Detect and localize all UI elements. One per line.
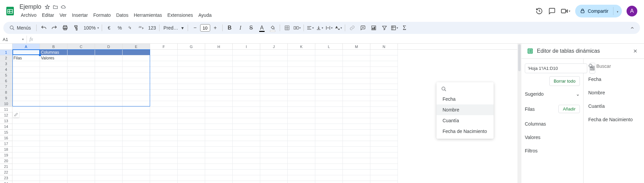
cell[interactable]	[233, 67, 260, 73]
star-icon[interactable]	[44, 4, 51, 10]
cell[interactable]	[95, 90, 123, 95]
cell[interactable]	[95, 170, 123, 175]
cell[interactable]	[205, 107, 233, 112]
paint-format-button[interactable]	[71, 23, 81, 33]
cell[interactable]	[233, 50, 260, 55]
cell[interactable]	[315, 130, 343, 135]
cell[interactable]	[67, 101, 95, 107]
cell[interactable]	[260, 55, 288, 61]
row-header-14[interactable]: 14	[0, 124, 12, 130]
row-header-4[interactable]: 4	[0, 67, 12, 73]
cell[interactable]	[233, 73, 260, 78]
cell[interactable]	[370, 61, 398, 67]
cell[interactable]	[288, 152, 315, 158]
number-format-button[interactable]: 123	[147, 23, 157, 33]
cell[interactable]	[233, 84, 260, 90]
cell[interactable]	[205, 170, 233, 175]
cell[interactable]	[343, 130, 370, 135]
cell[interactable]	[123, 124, 150, 130]
cell[interactable]	[205, 147, 233, 152]
cell[interactable]	[40, 175, 67, 181]
cell[interactable]	[67, 158, 95, 164]
cell[interactable]	[233, 130, 260, 135]
cell[interactable]	[178, 107, 205, 112]
cell[interactable]	[150, 112, 178, 118]
cell[interactable]	[12, 170, 40, 175]
cell[interactable]	[233, 152, 260, 158]
cell[interactable]	[40, 107, 67, 112]
popup-item-cuantia[interactable]: Cuantía	[436, 115, 494, 126]
cell[interactable]	[233, 95, 260, 101]
cell[interactable]	[370, 135, 398, 141]
cell[interactable]	[370, 73, 398, 78]
cell[interactable]	[205, 130, 233, 135]
cell[interactable]	[343, 158, 370, 164]
cell[interactable]	[178, 95, 205, 101]
cell[interactable]	[343, 95, 370, 101]
cell[interactable]	[178, 124, 205, 130]
cell[interactable]	[40, 130, 67, 135]
cell[interactable]	[260, 78, 288, 84]
cell[interactable]	[343, 164, 370, 170]
cell[interactable]	[205, 67, 233, 73]
field-nombre[interactable]: Nombre	[588, 88, 644, 97]
cell[interactable]	[205, 95, 233, 101]
col-header-I[interactable]: I	[233, 44, 260, 49]
cell[interactable]	[288, 135, 315, 141]
cell[interactable]	[260, 67, 288, 73]
cell[interactable]	[343, 107, 370, 112]
cell[interactable]	[288, 170, 315, 175]
share-menu-button[interactable]: ▾	[613, 5, 622, 17]
cell[interactable]	[370, 112, 398, 118]
cell[interactable]	[233, 175, 260, 181]
col-header-N[interactable]: N	[370, 44, 398, 49]
cell[interactable]	[12, 118, 40, 124]
cell[interactable]	[370, 141, 398, 147]
decrease-decimal-button[interactable]: .0	[126, 23, 136, 33]
cell[interactable]	[288, 164, 315, 170]
cell[interactable]	[40, 118, 67, 124]
cell[interactable]	[12, 95, 40, 101]
cell[interactable]	[123, 61, 150, 67]
col-header-G[interactable]: G	[178, 44, 205, 49]
cell[interactable]	[233, 158, 260, 164]
cell[interactable]	[260, 141, 288, 147]
cell[interactable]	[343, 112, 370, 118]
cell[interactable]	[315, 118, 343, 124]
history-icon[interactable]	[535, 7, 543, 15]
cell[interactable]	[205, 55, 233, 61]
cell[interactable]	[67, 50, 95, 55]
add-rows-button[interactable]: Añadir	[558, 105, 580, 113]
currency-button[interactable]: €	[104, 23, 114, 33]
cell[interactable]	[150, 181, 178, 183]
cell[interactable]	[67, 135, 95, 141]
row-header-6[interactable]: 6	[0, 78, 12, 84]
increase-font-button[interactable]: +	[210, 23, 220, 33]
close-panel-button[interactable]	[632, 48, 639, 54]
cell[interactable]	[40, 73, 67, 78]
cell[interactable]	[67, 181, 95, 183]
cell[interactable]	[178, 61, 205, 67]
cell[interactable]	[40, 147, 67, 152]
cell[interactable]	[205, 78, 233, 84]
cell[interactable]	[315, 50, 343, 55]
cell[interactable]	[178, 181, 205, 183]
cell[interactable]	[260, 175, 288, 181]
increase-decimal-button[interactable]: .00	[136, 23, 146, 33]
cell[interactable]	[40, 141, 67, 147]
cell[interactable]	[95, 101, 123, 107]
cell[interactable]	[288, 67, 315, 73]
select-range-button[interactable]	[589, 63, 595, 74]
cell[interactable]	[12, 67, 40, 73]
cell[interactable]	[288, 61, 315, 67]
row-header-12[interactable]: 12	[0, 112, 12, 118]
cell[interactable]	[370, 84, 398, 90]
cell[interactable]	[205, 164, 233, 170]
cell[interactable]	[205, 90, 233, 95]
col-header-B[interactable]: B	[40, 44, 67, 49]
cell[interactable]	[150, 55, 178, 61]
cell[interactable]	[288, 95, 315, 101]
cell[interactable]	[67, 112, 95, 118]
print-button[interactable]	[60, 23, 70, 33]
share-button[interactable]: Compartir	[575, 5, 613, 17]
